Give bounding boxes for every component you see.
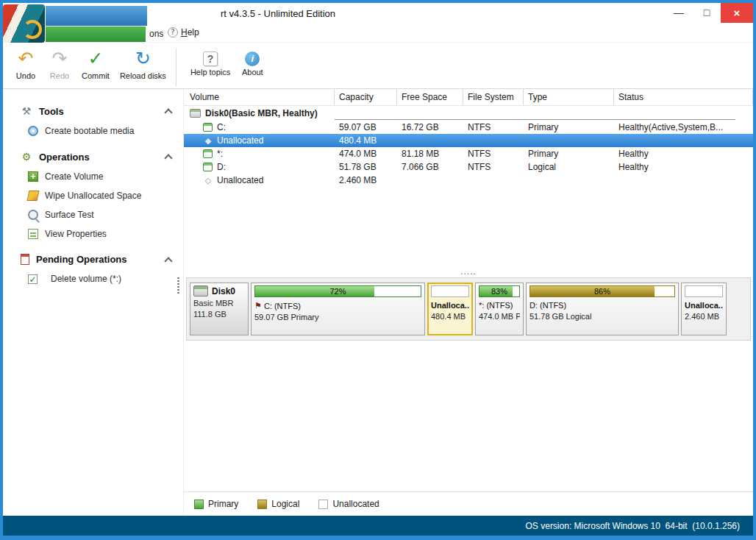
- commit-label: Commit: [82, 71, 110, 80]
- menu-item-help[interactable]: ? Help: [168, 27, 199, 38]
- gear-icon: ⚙: [21, 151, 32, 163]
- wipe-brush-icon: [27, 191, 40, 201]
- table-row-unallocated-2[interactable]: ◇Unallocated 2.460 MB: [184, 174, 753, 187]
- sidebar-item-label: View Properties: [45, 229, 107, 239]
- usage-percent: 72%: [255, 286, 421, 297]
- commit-check-icon: ✓: [88, 48, 103, 70]
- operations-section-title: Operations: [39, 152, 165, 163]
- column-header-volume[interactable]: Volume: [184, 89, 335, 105]
- chevron-up-icon[interactable]: [164, 257, 172, 265]
- volume-table-rows: Disk0(Basic MBR, Healthy) C: 59.07 GB 16…: [184, 106, 753, 187]
- redo-icon: ↷: [52, 48, 68, 70]
- legend-label: Unallocated: [332, 499, 379, 509]
- status-value: Healthy(Active,System,B...: [614, 122, 753, 132]
- partition-block-star[interactable]: 83% *: (NTFS) 474.0 MB P.: [475, 283, 524, 335]
- partition-detail: 474.0 MB P.: [479, 312, 520, 321]
- about-button[interactable]: i About: [235, 46, 269, 78]
- checked-checkbox-icon[interactable]: ✓: [28, 274, 38, 284]
- table-row-unallocated-selected[interactable]: ◆Unallocated 480.4 MB: [184, 134, 753, 147]
- pending-item-delete-volume[interactable]: ✓ Delete volume (*:): [3, 269, 183, 288]
- partition-detail: 480.4 MB: [431, 312, 469, 321]
- partition-name: Unalloca...: [685, 301, 723, 310]
- minimize-button[interactable]: —: [665, 3, 693, 23]
- table-row-volume-d[interactable]: D: 51.78 GB 7.066 GB NTFS Logical Health…: [184, 160, 753, 174]
- sidebar-section-pending-operations: Pending Operations ✓ Delete volume (*:): [3, 249, 183, 288]
- sidebar-item-label: Create Volume: [45, 171, 103, 182]
- sidebar-item-label: Create bootable media: [45, 126, 134, 136]
- partition-block-unallocated-selected[interactable]: Unalloca... 480.4 MB: [427, 283, 473, 335]
- help-topics-button[interactable]: ? Help topics: [185, 46, 235, 78]
- disk-partition-table: Basic MBR: [193, 299, 245, 308]
- tools-section-title: Tools: [39, 106, 165, 117]
- capacity-value: 2.460 MB: [335, 175, 397, 185]
- column-header-free-space[interactable]: Free Space: [397, 89, 463, 105]
- disk-name: Disk0: [212, 286, 235, 296]
- legend-label: Primary: [208, 499, 238, 509]
- file-system-value: NTFS: [463, 162, 524, 172]
- os-version-text: OS version: Microsoft Windows 10 64-bit …: [526, 521, 740, 531]
- pending-item-label: Delete volume (*:): [51, 274, 121, 284]
- legend-item-primary: Primary: [194, 499, 238, 509]
- chevron-up-icon[interactable]: [164, 154, 172, 162]
- partition-detail: 51.78 GB Logical: [529, 312, 675, 321]
- column-header-type[interactable]: Type: [524, 89, 614, 105]
- sidebar-section-tools: ⚒ Tools Create bootable media: [3, 101, 183, 141]
- sidebar-item-create-volume[interactable]: + Create Volume: [3, 167, 183, 186]
- window-border-bottom: [0, 536, 756, 540]
- panel-splitter[interactable]: .....: [184, 269, 753, 277]
- pending-operations-section-header[interactable]: Pending Operations: [3, 249, 183, 269]
- legend-item-unallocated: Unallocated: [318, 499, 379, 509]
- file-system-value: NTFS: [463, 122, 524, 132]
- column-header-file-system[interactable]: File System: [463, 89, 524, 105]
- volume-name: Unallocated: [217, 135, 263, 146]
- column-header-status[interactable]: Status: [614, 89, 753, 105]
- sidebar: ⚒ Tools Create bootable media ⚙ Operatio…: [3, 89, 184, 516]
- sidebar-item-surface-test[interactable]: Surface Test: [3, 205, 183, 224]
- sidebar-item-view-properties[interactable]: View Properties: [3, 224, 183, 244]
- undo-label: Undo: [16, 71, 35, 80]
- column-header-capacity[interactable]: Capacity: [335, 89, 397, 105]
- capacity-value: 474.0 MB: [335, 149, 397, 159]
- status-value: Healthy: [614, 162, 753, 172]
- commit-button[interactable]: ✓ Commit: [76, 46, 115, 82]
- toolbar: ↶ Undo ↷ Redo ✓ Commit ↻ Reload disks ? …: [3, 43, 753, 89]
- table-row-volume-star[interactable]: *: 474.0 MB 81.18 MB NTFS Primary Health…: [184, 147, 753, 160]
- redo-label: Redo: [50, 71, 69, 80]
- logo-icon: [3, 4, 45, 43]
- status-bar: OS version: Microsoft Windows 10 64-bit …: [3, 516, 753, 536]
- menu-item-partial[interactable]: ons: [149, 29, 163, 39]
- partition-block-c[interactable]: 72% ⚑C: (NTFS) 59.07 GB Primary: [251, 283, 425, 335]
- partition-name: D: (NTFS): [529, 301, 566, 310]
- status-value: Healthy: [614, 149, 753, 159]
- operations-section-header[interactable]: ⚙ Operations: [3, 146, 183, 167]
- undo-icon: ↶: [18, 48, 34, 70]
- maximize-button[interactable]: □: [693, 3, 721, 23]
- logo-bar-blue: [46, 6, 147, 26]
- legend-label: Logical: [271, 499, 299, 509]
- tools-section-header[interactable]: ⚒ Tools: [3, 101, 183, 121]
- redo-button[interactable]: ↷ Redo: [43, 46, 76, 82]
- reload-disks-button[interactable]: ↻ Reload disks: [115, 46, 171, 82]
- type-value: Logical: [524, 162, 614, 172]
- usage-bar: 86%: [529, 285, 675, 297]
- table-row-volume-c[interactable]: C: 59.07 GB 16.72 GB NTFS Primary Health…: [184, 121, 753, 134]
- sidebar-item-create-bootable-media[interactable]: Create bootable media: [3, 121, 183, 141]
- about-info-icon: i: [245, 51, 260, 66]
- caption-buttons: — □ ×: [665, 3, 753, 23]
- partition-block-unallocated-2[interactable]: Unalloca... 2.460 MB: [681, 283, 727, 335]
- chevron-up-icon[interactable]: [164, 108, 172, 116]
- wrench-icon: ⚒: [21, 105, 32, 117]
- close-button[interactable]: ×: [721, 3, 753, 23]
- volume-name: D:: [217, 162, 226, 172]
- partition-block-d[interactable]: 86% D: (NTFS) 51.78 GB Logical: [526, 283, 679, 335]
- disk-map-panel: Disk0 Basic MBR 111.8 GB 72% ⚑C: (NTFS) …: [186, 277, 751, 341]
- disk-block[interactable]: Disk0 Basic MBR 111.8 GB: [190, 283, 249, 335]
- sidebar-item-wipe-unallocated-space[interactable]: Wipe Unallocated Space: [3, 186, 183, 205]
- capacity-value: 51.78 GB: [335, 162, 397, 172]
- capacity-value: 59.07 GB: [335, 122, 397, 132]
- unallocated-color-swatch: [318, 500, 328, 509]
- disk-drive-icon: [193, 285, 208, 296]
- sidebar-splitter-handle[interactable]: [176, 277, 181, 294]
- disk-group-row[interactable]: Disk0(Basic MBR, Healthy): [184, 106, 753, 121]
- undo-button[interactable]: ↶ Undo: [9, 46, 43, 82]
